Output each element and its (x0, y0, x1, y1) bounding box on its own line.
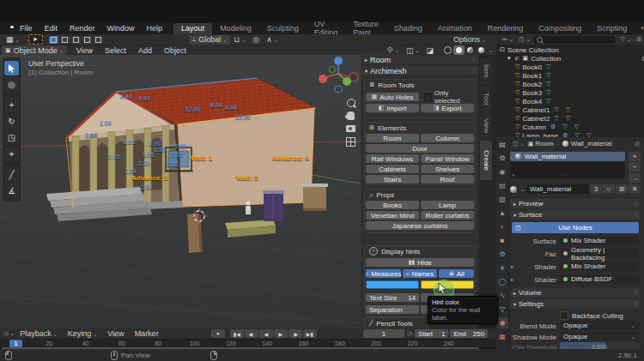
current-frame-field[interactable]: 1 (363, 329, 404, 338)
breadcrumb-editor-icon[interactable]: ◫⌄ (513, 141, 525, 147)
snap-dropdown[interactable]: ⊔⌄ (230, 35, 249, 45)
pin-icon[interactable]: ◎ (635, 140, 641, 147)
shader-row-value[interactable]: Geometry | Backfacing (560, 249, 639, 258)
select-mode-subtract[interactable] (71, 36, 81, 44)
outliner-row[interactable]: ▽Lamp_base⚙▽▽ (496, 131, 644, 137)
element-roof-button[interactable]: Roof (421, 175, 474, 184)
sidebar-tab-create[interactable]: Create (480, 141, 492, 180)
playback-record-button[interactable]: ● (211, 329, 225, 338)
select-mode-intersect[interactable] (94, 36, 103, 44)
properties-tab-object-data[interactable]: ▽ (496, 304, 508, 315)
axis-gizmo[interactable] (319, 57, 358, 93)
select-mode-new[interactable] (49, 36, 58, 44)
material-slot-item[interactable]: Wall_material (510, 152, 625, 161)
panel-surface-header[interactable]: ▾Surface⠿ (510, 210, 641, 220)
add-slot-button[interactable]: + (629, 152, 641, 161)
browse-material-icon[interactable] (510, 186, 517, 193)
playhead[interactable]: 1 (9, 340, 22, 347)
pan-view-button[interactable] (344, 110, 357, 121)
prop-venetian-blind-button[interactable]: Venetian blind (366, 211, 419, 220)
topbar-menu-help[interactable]: Help (141, 24, 169, 33)
panel-settings-header[interactable]: ▾Settings⠿ (510, 299, 641, 309)
breadcrumb-material[interactable]: Wall_material (571, 140, 612, 147)
playback-play-button[interactable]: ▶ (274, 329, 288, 338)
playback-jump-end-button[interactable]: ▶▮ (303, 329, 317, 338)
toggle-names-button[interactable]: aNames (403, 269, 438, 278)
zoom-view-button[interactable] (344, 97, 357, 108)
timeline-menu-marker[interactable]: Marker (130, 329, 164, 338)
camera-view-button[interactable] (344, 123, 357, 134)
sidebar-tab-item[interactable]: Item (480, 58, 492, 84)
measure-tool[interactable]: ∡ (4, 184, 19, 198)
playback-next-keyframe-button[interactable]: ·▶ (289, 329, 302, 338)
active-tool-button[interactable]: ➤ (28, 34, 43, 45)
material-users-button[interactable]: 3 (590, 184, 602, 194)
cursor-tool[interactable]: ◎ (4, 77, 19, 92)
frame-start-field[interactable]: Start1 (415, 329, 448, 338)
outliner-row[interactable]: ▾✓▣Collection (496, 54, 644, 63)
outliner-display-mode-dropdown[interactable]: ≔⌄ (501, 36, 513, 43)
element-door-button[interactable]: Door (366, 144, 474, 153)
outliner-filter-mode-dropdown[interactable]: ◫⌄ (519, 36, 531, 43)
sidebar-tab-view[interactable]: View (480, 113, 492, 139)
topbar-menu-edit[interactable]: Edit (39, 24, 64, 33)
shader-row-value[interactable]: Diffuse BSDF (560, 274, 639, 284)
auto-holes-button[interactable]: ▦ Auto Holes (366, 93, 419, 101)
panel-volume-header[interactable]: ▸Volume⠿ (510, 288, 641, 298)
workspace-tab-scripting[interactable]: Scripting (589, 23, 635, 34)
measure-color-swatch[interactable] (366, 280, 419, 289)
panel-room-header[interactable]: ▸Room⠿ (361, 55, 479, 65)
outliner-row[interactable]: ▽Book4▽ (496, 97, 644, 105)
workspace-tab-shading[interactable]: Shading (386, 23, 430, 34)
outliner-row[interactable]: ▽Cabinet1▽▽ (496, 105, 644, 114)
sidebar-tab-tool[interactable]: Tool (480, 86, 492, 111)
element-column-button[interactable]: Column (421, 134, 474, 142)
box-select-tool[interactable] (4, 61, 19, 75)
timeline-ruler[interactable]: 1 20406080100120140160180200220240 (0, 339, 496, 347)
new-material-button[interactable]: ⊞ (616, 184, 628, 194)
new-collection-button[interactable]: ⊞ (636, 36, 641, 43)
xray-toggle[interactable]: ◪ (422, 45, 437, 55)
playback-play-reverse-button[interactable]: ◀ (259, 329, 273, 338)
outliner-filter-dropdown[interactable]: ▽⌄ (621, 36, 631, 43)
proportional-falloff-dropdown[interactable]: ∧⌄ (263, 35, 282, 45)
hide-button[interactable]: ▮▮ Hide (366, 258, 474, 267)
import-button[interactable]: ◧Import (366, 104, 419, 112)
editor-type-button[interactable]: ▦⌄ (3, 35, 23, 45)
proportional-editing-button[interactable]: ◎ (249, 35, 263, 45)
export-button[interactable]: ◨Export (421, 104, 474, 112)
shading-material-icon[interactable] (465, 45, 476, 55)
rotate-tool[interactable]: ↻ (4, 114, 19, 129)
prop-roller-curtains-button[interactable]: Roller curtains (421, 211, 474, 220)
properties-tab-world[interactable]: ◐ (496, 221, 508, 232)
workspace-tab-animation[interactable]: Animation (430, 23, 480, 34)
timeline-menu-playback[interactable]: Playback⌄ (15, 329, 63, 338)
timeline-menu-view[interactable]: View (102, 329, 129, 338)
annotate-tool[interactable]: ╱ (4, 167, 19, 182)
topbar-menu-file[interactable]: File (14, 24, 39, 33)
properties-tab-output[interactable]: ▤ (496, 180, 508, 191)
timeline-editor-type-button[interactable]: ◷⌄ (3, 330, 15, 337)
panel-archimesh-header[interactable]: ▾Archimesh⠿ (361, 66, 479, 76)
only-selected-checkbox[interactable] (424, 93, 432, 101)
transform-tool[interactable]: ⌖ (4, 147, 19, 161)
perspective-toggle-button[interactable] (344, 136, 357, 147)
outliner-row[interactable]: ▽Column⚙▽▽ (496, 123, 644, 131)
remove-slot-button[interactable]: − (629, 162, 641, 171)
shading-solid-icon[interactable] (453, 45, 465, 55)
text-size-field[interactable]: Text Size 14 (366, 293, 419, 302)
material-name-field[interactable]: Wall_material (526, 184, 589, 194)
element-stairs-button[interactable]: Stairs (366, 175, 419, 184)
select-mode-extend[interactable] (60, 36, 70, 44)
shader-row-value[interactable]: Mix Shader (560, 262, 639, 271)
shader-row-value[interactable]: Mix Shader (560, 236, 639, 245)
collection-checkbox[interactable]: ✓ (513, 55, 520, 62)
toggle-all-button[interactable]: ◉All (439, 269, 474, 278)
properties-tab-scene[interactable]: ▲ (496, 208, 508, 219)
prop-books-button[interactable]: Books (366, 201, 419, 209)
element-shelves-button[interactable]: Shelves (421, 165, 474, 173)
outliner-row[interactable]: ⊡Scene Collection (496, 45, 644, 54)
element-panel-window-button[interactable]: Panel Window (421, 154, 474, 163)
backface-culling-checkbox[interactable] (560, 311, 568, 320)
playback-jump-start-button[interactable]: ▮◀ (230, 329, 244, 338)
